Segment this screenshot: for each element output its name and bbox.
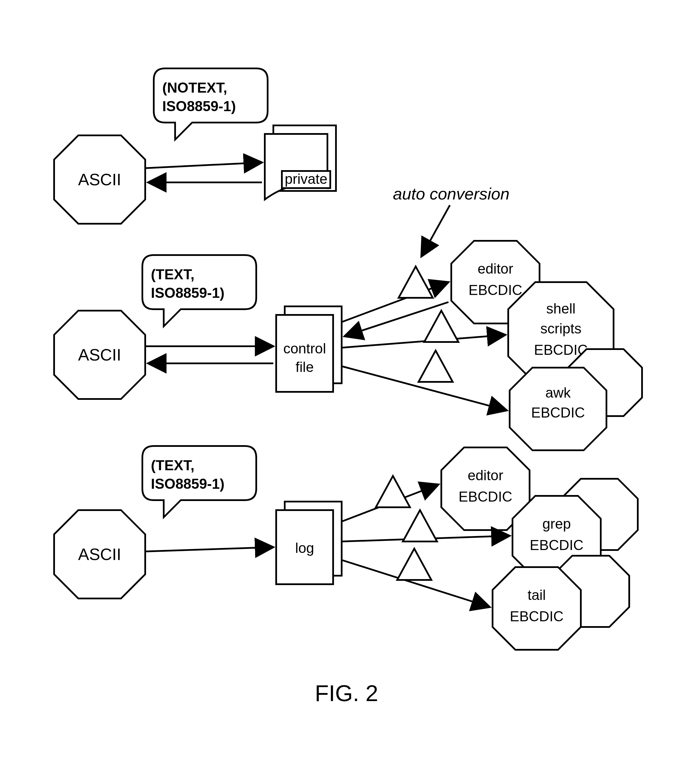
bubble2-line2: ISO8859-1) <box>151 285 224 301</box>
ascii-program-1: ASCII <box>54 135 145 224</box>
proc3a-l1: editor <box>468 468 503 483</box>
file-control: control file <box>276 306 342 392</box>
auto-conversion-label: auto conversion <box>393 184 509 203</box>
proc2c-l1: awk <box>545 385 571 401</box>
row-control-file: ASCII (TEXT, ISO8859-1) control file edi… <box>54 241 642 450</box>
svg-marker-30 <box>397 548 431 580</box>
proc3b-l2: EBCDIC <box>530 537 584 553</box>
proc2b-l2: scripts <box>540 321 581 336</box>
file2-label2: file <box>296 359 314 375</box>
tag-bubble-2: (TEXT, ISO8859-1) <box>142 255 256 326</box>
figure-caption: FIG. 2 <box>315 680 378 706</box>
auto-conversion-arrow <box>421 205 450 257</box>
file-private: private <box>265 125 336 199</box>
bubble3-line2: ISO8859-1) <box>151 476 224 492</box>
ascii-program-3: ASCII <box>54 510 145 598</box>
svg-marker-12 <box>399 267 433 298</box>
svg-marker-14 <box>424 311 458 342</box>
proc2a-l1: editor <box>478 261 513 277</box>
ascii-label-1: ASCII <box>78 170 121 189</box>
svg-line-13 <box>342 335 505 348</box>
row-log: ASCII (TEXT, ISO8859-1) log editor EBCDI… <box>54 446 638 650</box>
svg-marker-16 <box>419 351 453 382</box>
bubble1-line1: (NOTEXT, <box>162 80 227 96</box>
proc3b-l1: grep <box>542 516 571 532</box>
svg-line-10 <box>342 282 448 322</box>
arrow-ascii1-to-file1 <box>145 163 262 168</box>
proc2c-l2: EBCDIC <box>531 405 585 421</box>
proc2b-l1: shell <box>546 301 576 316</box>
bubble1-line2: ISO8859-1) <box>162 98 236 114</box>
diagram-canvas: ASCII (NOTEXT, ISO8859-1) private auto c… <box>0 0 693 784</box>
tail-program-3: tail EBCDIC <box>493 556 629 650</box>
arrow-ascii3-to-file3 <box>145 547 273 552</box>
file-log: log <box>276 502 342 584</box>
tag-bubble-1: (NOTEXT, ISO8859-1) <box>154 68 268 140</box>
proc3c-l1: tail <box>527 587 546 603</box>
ascii-label-2: ASCII <box>78 346 121 364</box>
file1-label: private <box>285 171 327 187</box>
svg-marker-26 <box>376 476 410 507</box>
ascii-label-3: ASCII <box>78 545 121 563</box>
row-private: ASCII (NOTEXT, ISO8859-1) private <box>54 68 336 224</box>
svg-marker-28 <box>403 510 437 542</box>
proc3c-l2: EBCDIC <box>510 608 564 624</box>
bubble2-line1: (TEXT, <box>151 267 194 282</box>
file2-label1: control <box>283 341 326 356</box>
tag-bubble-3: (TEXT, ISO8859-1) <box>142 446 256 517</box>
proc3a-l2: EBCDIC <box>459 489 512 505</box>
ascii-program-2: ASCII <box>54 311 145 399</box>
proc2a-l2: EBCDIC <box>469 282 522 298</box>
bubble3-line1: (TEXT, <box>151 458 194 473</box>
file3-label: log <box>295 540 314 556</box>
